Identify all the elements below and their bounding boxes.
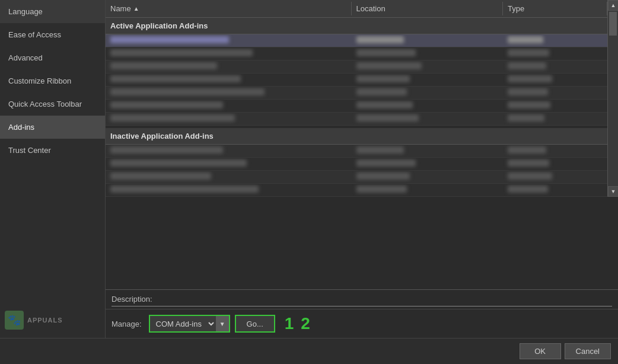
- table-row[interactable]: [106, 171, 607, 184]
- ok-button[interactable]: OK: [520, 343, 561, 359]
- active-section-header: Active Application Add-ins: [106, 18, 607, 34]
- table-header: Name ▲ Location Type: [106, 0, 607, 18]
- table-row[interactable]: [106, 184, 607, 197]
- table-row[interactable]: [106, 100, 607, 113]
- sidebar-item-language[interactable]: Language: [0, 0, 105, 23]
- sidebar-item-customize-ribbon[interactable]: Customize Ribbon: [0, 69, 105, 92]
- description-area: Description:: [106, 289, 618, 309]
- scroll-down-button[interactable]: ▼: [608, 186, 618, 197]
- active-rows: [106, 34, 607, 126]
- table-row[interactable]: [106, 47, 607, 60]
- dialog-footer: OK Cancel: [0, 338, 618, 364]
- sidebar-item-add-ins[interactable]: Add-ins: [0, 116, 105, 139]
- sidebar-item-trust-center[interactable]: Trust Center: [0, 139, 105, 162]
- badge-1: 1: [285, 314, 294, 333]
- table-row[interactable]: [106, 34, 607, 47]
- table-row[interactable]: [106, 158, 607, 171]
- scrollbar-track: [608, 11, 618, 186]
- badge-2: 2: [301, 314, 310, 333]
- scroll-up-button[interactable]: ▲: [608, 0, 618, 11]
- main-content: Name ▲ Location Type Ac: [106, 0, 618, 338]
- inactive-section-header: Inactive Application Add-ins: [106, 128, 607, 145]
- sidebar-item-advanced[interactable]: Advanced: [0, 46, 105, 69]
- description-label: Description:: [112, 295, 612, 304]
- location-column-header[interactable]: Location: [352, 2, 504, 15]
- sidebar: Language Ease of Access Advanced Customi…: [0, 0, 106, 338]
- table-row[interactable]: [106, 145, 607, 158]
- table-row[interactable]: [106, 113, 607, 126]
- cancel-button[interactable]: Cancel: [565, 343, 611, 359]
- manage-dropdown[interactable]: COM Add-ins: [150, 316, 216, 331]
- dialog-body: Language Ease of Access Advanced Customi…: [0, 0, 618, 338]
- description-line: [112, 306, 612, 306]
- inactive-rows: [106, 145, 607, 197]
- watermark-text: APPUALS: [27, 317, 63, 324]
- table-area: Name ▲ Location Type Ac: [106, 0, 618, 289]
- manage-bar: Manage: COM Add-ins ▼ Go... 1 2: [106, 309, 618, 338]
- table-row[interactable]: [106, 60, 607, 74]
- table-row[interactable]: [106, 74, 607, 87]
- options-dialog: Language Ease of Access Advanced Customi…: [0, 0, 618, 364]
- watermark: 🐾 APPUALS: [0, 308, 106, 332]
- watermark-icon: 🐾: [5, 311, 24, 330]
- type-column-header[interactable]: Type: [503, 2, 607, 15]
- go-button[interactable]: Go...: [236, 316, 274, 331]
- go-button-wrapper: Go...: [235, 315, 275, 333]
- manage-dropdown-wrapper: COM Add-ins ▼: [149, 315, 230, 333]
- name-column-header[interactable]: Name ▲: [106, 2, 352, 15]
- right-scrollbar[interactable]: ▲ ▼: [607, 0, 618, 197]
- sidebar-item-quick-access-toolbar[interactable]: Quick Access Toolbar: [0, 92, 105, 116]
- scrollbar-thumb[interactable]: [609, 12, 617, 36]
- manage-label: Manage:: [112, 320, 142, 328]
- sidebar-item-ease-of-access[interactable]: Ease of Access: [0, 23, 105, 46]
- table-row[interactable]: [106, 87, 607, 100]
- dropdown-arrow-icon[interactable]: ▼: [216, 316, 229, 331]
